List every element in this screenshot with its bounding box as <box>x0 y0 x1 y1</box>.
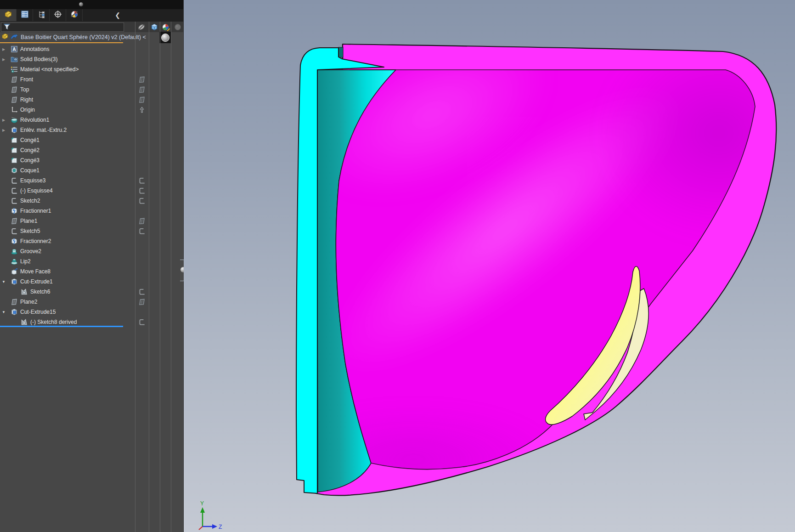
feature-label: Sketch6 <box>30 289 50 295</box>
expand-arrow-icon[interactable]: ▶ <box>1 118 6 122</box>
hide-show-icon[interactable] <box>137 23 146 31</box>
cut-extrude-icon <box>11 308 18 316</box>
rollback-bar[interactable] <box>0 326 123 327</box>
feature-label: Congé2 <box>20 147 39 153</box>
panel-header <box>0 0 183 9</box>
tree-item-fractionner2[interactable]: Fractionner2 <box>0 236 123 246</box>
triad-y-label: Y <box>200 500 204 507</box>
revolve-icon <box>11 116 18 124</box>
tree-item-esquisse4[interactable]: (-) Esquisse4 <box>0 186 123 196</box>
tab-config-icon <box>37 10 45 20</box>
tree-item-plane2[interactable]: Plane2 <box>0 297 123 307</box>
move-face-icon <box>11 268 18 275</box>
tree-item-origin[interactable]: Origin <box>0 105 123 115</box>
tree-item-move-face8[interactable]: Move Face8 <box>0 266 123 277</box>
tree-item-material-not-specified[interactable]: Material <not specified> <box>0 64 123 74</box>
tree-item-solid-bodies-3[interactable]: ▶ Solid Bodies(3) <box>0 54 123 64</box>
tree-item-coque1[interactable]: Coque1 <box>0 165 123 175</box>
drag-grip-icon[interactable] <box>79 2 83 6</box>
feature-label: (-) Sketch8 derived <box>30 319 77 325</box>
tree-item-front[interactable]: Front <box>0 74 123 85</box>
tree-item-cong-3[interactable]: Congé3 <box>0 155 123 165</box>
tree-item-esquisse3[interactable]: Esquisse3 <box>0 175 123 186</box>
expand-arrow-icon[interactable]: ▶ <box>1 47 6 51</box>
tree-item-lip2[interactable]: Lip2 <box>0 256 123 266</box>
feature-label: Solid Bodies(3) <box>20 56 57 62</box>
feature-label: Enlèv. mat.-Extru.2 <box>20 127 67 133</box>
pane-sketch-icon[interactable] <box>138 227 146 235</box>
tree-item-enl-v-mat-extru-2[interactable]: ▶ Enlèv. mat.-Extru.2 <box>0 125 123 135</box>
feature-label: Plane2 <box>20 299 37 305</box>
pane-separator <box>160 22 160 532</box>
sketch-shaded-icon <box>21 318 28 326</box>
tree-item-sketch6[interactable]: Sketch6 <box>0 287 123 297</box>
tree-item-cut-extrude1[interactable]: ▼ Cut-Extrude1 <box>0 277 123 287</box>
sketch-icon <box>11 197 18 204</box>
ghost-sphere-icon[interactable] <box>174 23 182 31</box>
appearance-icon[interactable] <box>162 23 170 31</box>
tab-part-icon <box>4 10 12 20</box>
sketch-shaded-icon <box>21 288 28 295</box>
pane-plane-icon[interactable] <box>138 86 146 93</box>
split-icon <box>11 238 18 245</box>
pane-sketch-icon[interactable] <box>138 177 146 184</box>
pane-plane-icon[interactable] <box>138 217 146 225</box>
tab-list-icon <box>21 10 29 20</box>
expand-arrow-icon[interactable]: ▶ <box>1 128 6 132</box>
tab-features[interactable] <box>0 9 17 21</box>
plane-icon <box>11 96 18 103</box>
tree-item-right[interactable]: Right <box>0 95 123 105</box>
pane-origin-icon[interactable] <box>138 106 146 113</box>
shell-icon <box>11 167 18 174</box>
feature-label: Move Face8 <box>20 268 51 275</box>
fillet-icon <box>11 157 18 164</box>
tree-item-fractionner1[interactable]: Fractionner1 <box>0 206 123 216</box>
material-icon <box>11 66 18 73</box>
display-mode-icon[interactable] <box>150 23 158 31</box>
tree-item-r-volution1[interactable]: ▶ Révolution1 <box>0 115 123 125</box>
filter-input[interactable] <box>11 23 118 31</box>
tab-display-manager[interactable] <box>66 9 83 21</box>
appearance-cell[interactable] <box>159 32 171 43</box>
expand-arrow-icon[interactable]: ▼ <box>1 310 6 314</box>
feature-label: Plane1 <box>20 218 37 224</box>
expand-arrow-icon[interactable]: ▼ <box>1 280 6 284</box>
pane-sketch-icon[interactable] <box>138 288 146 295</box>
tree-item-groove2[interactable]: Groove2 <box>0 246 123 256</box>
tree-rows: ▶ A Annotations ▶ Solid Bodies(3) Materi… <box>0 44 123 327</box>
expand-arrow-icon[interactable]: ▶ <box>1 57 6 62</box>
tree-filter-field[interactable] <box>1 23 124 32</box>
pane-sketch-icon[interactable] <box>138 197 146 204</box>
selection-underline <box>0 42 123 43</box>
filter-row <box>0 22 183 32</box>
cut-extrude-icon <box>11 278 18 285</box>
tree-item-sketch2[interactable]: Sketch2 <box>0 196 123 206</box>
tab-configuration-manager[interactable] <box>33 9 50 21</box>
svg-text:A: A <box>12 47 16 52</box>
tree-item-top[interactable]: Top <box>0 85 123 95</box>
feature-label: Cut-Extrude15 <box>20 309 56 315</box>
tree-item-plane1[interactable]: Plane1 <box>0 216 123 226</box>
pane-plane-icon[interactable] <box>138 96 146 103</box>
tab-dimxpert-manager[interactable] <box>50 9 66 21</box>
pane-plane-icon[interactable] <box>138 76 146 83</box>
feature-manager-panel: ❮ Base Boitier Quart Sphére (V2024) v2 (… <box>0 0 184 532</box>
tab-property-manager[interactable] <box>17 9 33 21</box>
feature-label: Coque1 <box>20 167 39 174</box>
tree-item-cut-extrude15[interactable]: ▼ Cut-Extrude15 <box>0 307 123 317</box>
pane-sketch-icon[interactable] <box>138 187 146 194</box>
pane-sketch-icon[interactable] <box>138 318 146 326</box>
tree-item-cong-2[interactable]: Congé2 <box>0 145 123 155</box>
tree-item-root[interactable]: Base Boitier Quart Sphére (V2024) v2 (De… <box>0 32 123 42</box>
fillet-icon <box>11 136 18 144</box>
plane-icon <box>11 217 18 225</box>
sketch-icon <box>11 227 18 235</box>
tree-item-sketch5[interactable]: Sketch5 <box>0 226 123 236</box>
graphics-viewport[interactable]: Y Z <box>184 0 795 532</box>
collapse-panel-button[interactable]: ❮ <box>113 11 122 20</box>
reference-triad: Y Z <box>199 500 222 530</box>
tree-item-annotations[interactable]: ▶ A Annotations <box>0 44 123 54</box>
part-model[interactable]: Y Z <box>184 0 795 532</box>
pane-plane-icon[interactable] <box>138 298 146 306</box>
tree-item-cong-1[interactable]: Congé1 <box>0 135 123 145</box>
